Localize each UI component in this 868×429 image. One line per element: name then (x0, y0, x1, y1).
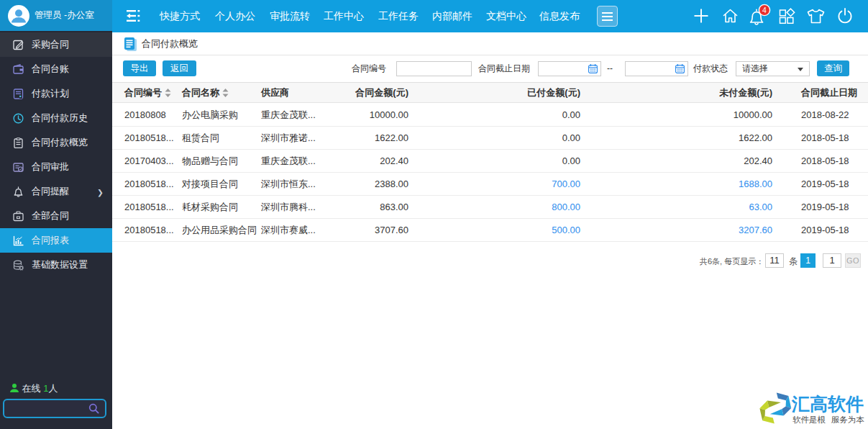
svg-text:4: 4 (762, 6, 767, 14)
